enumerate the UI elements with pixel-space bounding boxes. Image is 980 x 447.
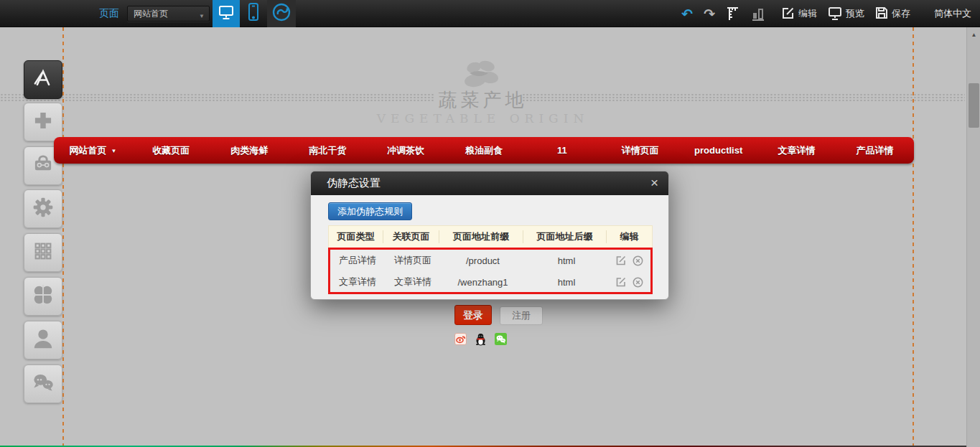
column-header-linked-page: 关联页面 xyxy=(383,230,439,243)
sidebar-item-apps[interactable] xyxy=(24,60,62,99)
plus-icon xyxy=(29,106,57,138)
site-logo-subtitle: VEGETABLE ORIGIN xyxy=(0,111,966,126)
column-header-page-type: 页面类型 xyxy=(329,230,383,243)
cell-url-suffix: html xyxy=(525,255,608,266)
sidebar-item-add[interactable] xyxy=(24,103,62,141)
user-icon xyxy=(29,324,57,356)
nav-item-home[interactable]: 网站首页▼ xyxy=(54,144,132,157)
rotate-swirl-icon xyxy=(271,2,291,25)
cell-linked-page: 详情页面 xyxy=(385,254,441,267)
edit-button[interactable]: 编辑 xyxy=(782,6,817,22)
save-button[interactable]: 保存 xyxy=(875,6,910,22)
stats-icon[interactable] xyxy=(751,6,765,21)
weibo-icon[interactable] xyxy=(454,333,467,346)
add-rule-button[interactable]: 添加伪静态规则 xyxy=(328,202,412,220)
column-header-edit: 编辑 xyxy=(607,230,652,243)
cell-linked-page: 文章详情 xyxy=(385,276,441,288)
delete-row-icon[interactable] xyxy=(633,255,643,266)
nav-item-dry-goods[interactable]: 南北干货 xyxy=(289,144,367,157)
chevron-down-icon: ▼ xyxy=(199,9,205,24)
toolbar-actions: ↶ ↷ 编辑 xyxy=(681,0,971,27)
toolbox-icon xyxy=(29,150,57,182)
desktop-view-button[interactable] xyxy=(213,0,240,27)
right-guide-line xyxy=(913,27,914,447)
cell-url-suffix: html xyxy=(525,277,608,288)
login-button[interactable]: 登录 xyxy=(454,305,492,325)
nav-item-productlist[interactable]: productlist xyxy=(679,145,757,156)
edit-row-icon[interactable] xyxy=(616,255,626,265)
rules-highlight-box: 产品详情 详情页面 /product html 文章详情 文章详情 /wenzh… xyxy=(328,248,653,294)
edit-row-icon[interactable] xyxy=(616,277,626,287)
site-logo-title: 蔬菜产地 xyxy=(0,88,966,113)
page-label: 页面 xyxy=(99,7,119,20)
cell-url-prefix: /wenzhang1 xyxy=(441,277,525,288)
clover-icon xyxy=(29,281,57,312)
nav-item-meat-seafood[interactable]: 肉类海鲜 xyxy=(210,144,289,157)
edit-label: 编辑 xyxy=(798,7,817,20)
dialog-header[interactable]: 伪静态设置 × xyxy=(311,171,668,195)
delete-row-icon[interactable] xyxy=(633,277,643,288)
page-selector-value: 网站首页 xyxy=(134,9,168,19)
sidebar-item-settings[interactable] xyxy=(24,189,62,228)
redo-icon[interactable]: ↷ xyxy=(704,6,715,22)
desktop-icon xyxy=(218,4,235,24)
sidebar-item-modules[interactable] xyxy=(24,233,62,272)
column-header-url-prefix: 页面地址前缀 xyxy=(439,230,523,243)
grid-icon xyxy=(29,237,57,268)
left-guide-line xyxy=(62,27,64,447)
row-actions xyxy=(608,277,650,288)
preview-label: 预览 xyxy=(846,7,864,20)
edit-pencil-icon xyxy=(782,6,795,22)
nav-item-grain-oil[interactable]: 粮油副食 xyxy=(445,144,523,157)
scroll-up-icon[interactable]: ▲ xyxy=(967,32,980,38)
qq-icon[interactable] xyxy=(475,333,487,346)
dialog-title: 伪静态设置 xyxy=(327,177,381,190)
vertical-scrollbar[interactable]: ▲ xyxy=(966,27,980,447)
language-switcher[interactable]: 简体中文 xyxy=(934,7,971,20)
nav-item-tea-drinks[interactable]: 冲调茶饮 xyxy=(367,144,445,157)
sidebar-item-chat[interactable] xyxy=(24,364,62,403)
chat-bubbles-icon xyxy=(29,368,57,400)
cell-url-prefix: /product xyxy=(441,255,525,266)
cell-page-type: 产品详情 xyxy=(330,254,385,267)
wechat-icon[interactable] xyxy=(495,333,507,346)
top-toolbar: 页面 网站首页 ▼ ↶ ↷ xyxy=(0,0,980,27)
nav-item-11[interactable]: 11 xyxy=(523,145,601,156)
preview-button[interactable]: 预览 xyxy=(828,6,864,22)
close-icon[interactable]: × xyxy=(650,175,658,191)
save-label: 保存 xyxy=(892,7,910,20)
site-navbar: 网站首页▼ 收藏页面 肉类海鲜 南北干货 冲调茶饮 粮油副食 11 详情页面 p… xyxy=(54,137,914,164)
nav-item-detail-page[interactable]: 详情页面 xyxy=(601,144,679,157)
scrollbar-thumb[interactable] xyxy=(969,83,979,128)
nav-item-favorites[interactable]: 收藏页面 xyxy=(132,144,210,157)
chevron-down-icon: ▼ xyxy=(111,148,116,154)
cell-page-type: 文章详情 xyxy=(330,276,385,288)
ruler-icon[interactable] xyxy=(726,6,740,22)
rules-table-header: 页面类型 关联页面 页面地址前缀 页面地址后缀 编辑 xyxy=(328,225,653,248)
pseudo-static-settings-dialog: 伪静态设置 × 添加伪静态规则 页面类型 关联页面 页面地址前缀 页面地址后缀 … xyxy=(310,171,669,300)
mobile-view-button[interactable] xyxy=(243,0,264,27)
social-login-icons xyxy=(454,333,507,346)
rotate-view-button[interactable] xyxy=(267,0,296,27)
table-row: 文章详情 文章详情 /wenzhang1 html xyxy=(330,271,650,293)
editor-root: 页面 网站首页 ▼ ↶ ↷ xyxy=(0,0,980,447)
preview-monitor-icon xyxy=(828,6,842,22)
sidebar-item-plugins[interactable] xyxy=(24,277,62,316)
save-floppy-icon xyxy=(875,6,888,22)
app-store-icon xyxy=(29,64,57,95)
register-button[interactable]: 注册 xyxy=(500,306,543,325)
column-header-url-suffix: 页面地址后缀 xyxy=(523,230,607,243)
nav-item-product-detail[interactable]: 产品详情 xyxy=(836,144,914,157)
sidebar-item-members[interactable] xyxy=(24,321,62,359)
row-actions xyxy=(608,255,650,266)
page-selector-dropdown[interactable]: 网站首页 ▼ xyxy=(127,6,210,22)
nav-item-article-detail[interactable]: 文章详情 xyxy=(757,144,836,157)
mobile-icon xyxy=(246,2,261,25)
gear-icon xyxy=(29,193,57,225)
undo-icon[interactable]: ↶ xyxy=(681,6,693,22)
table-row: 产品详情 详情页面 /product html xyxy=(330,250,650,271)
